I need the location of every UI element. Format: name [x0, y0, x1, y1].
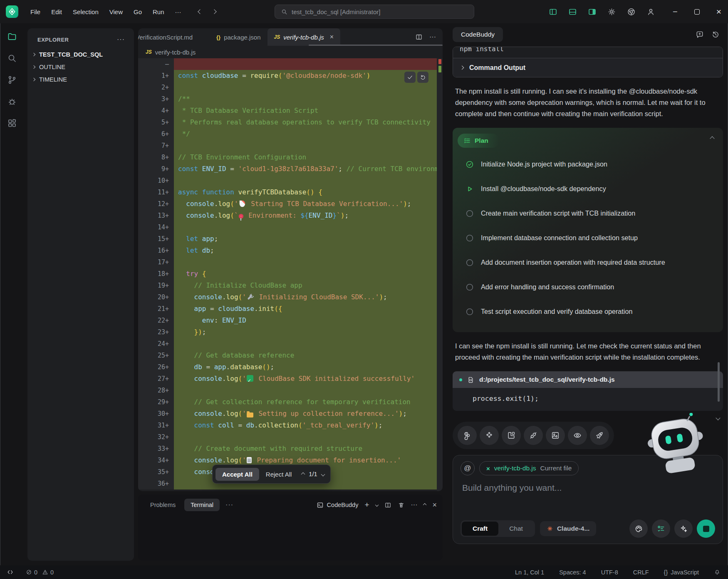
code-line[interactable]: 25+ // Get database reference [138, 350, 443, 361]
extensions-icon[interactable] [7, 118, 17, 128]
terminal-profile-dropdown-icon[interactable] [375, 503, 378, 507]
menu-view[interactable]: View [104, 6, 128, 18]
revert-change-icon[interactable] [417, 72, 428, 83]
figma-icon[interactable] [458, 426, 477, 445]
prev-diff-icon[interactable] [301, 472, 305, 476]
code-line[interactable]: 30+ console.log(' Setting up collection … [138, 408, 443, 420]
code-line[interactable]: 19+ // Initialize CloudBase app [138, 280, 443, 291]
mode-craft-button[interactable]: Craft [462, 522, 498, 536]
stop-button[interactable] [697, 519, 715, 538]
code-line[interactable]: 20+ console.log(' Initializing CloudBase… [138, 291, 443, 303]
problems-indicator[interactable]: 0 0 [26, 569, 54, 576]
code-line[interactable]: 4+ * TCB Database Verification Script [138, 105, 443, 117]
source-control-icon[interactable] [7, 75, 17, 85]
accept-all-button[interactable]: Accept All [215, 468, 259, 481]
bell-icon[interactable] [714, 569, 721, 576]
code-line[interactable]: 8+// TCB Environment Configuration [138, 152, 443, 163]
tabbar-scrollbar[interactable] [309, 45, 443, 46]
status-utf-8[interactable]: UTF-8 [601, 569, 618, 576]
code-line[interactable]: — [138, 58, 443, 70]
menu-file[interactable]: File [25, 6, 46, 18]
menu-more-icon[interactable]: ··· [170, 6, 187, 18]
status-javascript[interactable]: {}JavaScript [664, 569, 699, 576]
plug-icon[interactable] [524, 426, 543, 445]
code-line[interactable]: 29+ // Get collection reference for temp… [138, 396, 443, 408]
scroll-down-icon[interactable] [716, 415, 720, 420]
new-chat-icon[interactable] [696, 30, 704, 39]
code-line[interactable]: 13+ console.log(` Environment: ${ENV_ID}… [138, 210, 443, 221]
window-close-button[interactable]: × [716, 7, 721, 17]
codebuddy-tab[interactable]: CodeBuddy [453, 27, 503, 42]
window-maximize-button[interactable] [694, 9, 700, 15]
terminal-more-icon[interactable]: ··· [411, 501, 418, 509]
context-file-chip[interactable]: × verify-tcb-db.js Current file [479, 461, 579, 475]
plan-collapse-icon[interactable] [710, 136, 714, 141]
model-selector[interactable]: Claude-4... [540, 521, 596, 536]
accept-change-icon[interactable] [404, 72, 416, 83]
menu-go[interactable]: Go [128, 6, 147, 18]
image-upload-icon[interactable] [546, 426, 565, 445]
code-line[interactable]: 28+ [138, 385, 443, 396]
sidebar-item-timeline[interactable]: TIMELINE [27, 73, 134, 86]
code-line[interactable]: 2+ [138, 82, 443, 93]
mention-button[interactable]: @ [461, 461, 475, 475]
window-minimize-button[interactable]: − [673, 10, 678, 14]
layout-sidebar-left-icon[interactable] [549, 7, 557, 16]
code-line[interactable]: 3+/** [138, 93, 443, 105]
search-icon[interactable] [7, 53, 17, 63]
next-diff-icon[interactable] [321, 472, 325, 476]
menu-selection[interactable]: Selection [67, 6, 104, 18]
remote-indicator-icon[interactable] [0, 565, 20, 579]
code-line[interactable]: 11+async function verifyTCBDatabase() { [138, 186, 443, 198]
editor-more-icon[interactable]: ··· [429, 33, 436, 41]
panel-tab-problems[interactable]: Problems [144, 499, 182, 511]
close-tab-icon[interactable]: × [330, 33, 334, 41]
new-terminal-icon[interactable]: + [364, 500, 369, 509]
mode-chat-button[interactable]: Chat [498, 522, 534, 536]
tab-package.json[interactable]: {}package.json [210, 28, 267, 46]
plan-item-active[interactable]: Install @cloudbase/node-sdk dependency [465, 176, 712, 201]
code-line[interactable]: 14+ [138, 221, 443, 233]
code-line[interactable]: 32+ [138, 431, 443, 443]
code-line[interactable]: 1+const cloudbase = require('@cloudbase/… [138, 70, 443, 82]
split-terminal-icon[interactable] [384, 502, 391, 509]
nav-forward-icon[interactable] [212, 9, 216, 14]
trash-icon[interactable] [398, 502, 405, 509]
code-line[interactable]: 24+ [138, 338, 443, 350]
code-line[interactable]: 26+ db = app.database(); [138, 361, 443, 373]
reject-all-button[interactable]: Reject All [263, 471, 295, 478]
layout-sidebar-right-icon[interactable] [588, 7, 597, 16]
plan-item-pending[interactable]: Add error handling and success confirmat… [465, 275, 712, 299]
tasks-icon[interactable] [652, 519, 670, 538]
components-icon[interactable] [480, 426, 499, 445]
terminal-shell-label[interactable]: CodeBuddy [317, 502, 359, 509]
code-line[interactable]: 12+ console.log(' Starting TCB Database … [138, 198, 443, 210]
tab-eVerificationScript.md[interactable]: eVerificationScript.md [138, 28, 210, 46]
code-line[interactable]: 18+ try { [138, 268, 443, 280]
code-line[interactable]: 23+ }); [138, 326, 443, 338]
status-spaces-4[interactable]: Spaces: 4 [559, 569, 586, 576]
status-crlf[interactable]: CRLF [633, 569, 649, 576]
panel-scrollbar[interactable] [718, 362, 720, 402]
sparkles-icon[interactable] [674, 519, 693, 538]
status-ln-1-col-1[interactable]: Ln 1, Col 1 [515, 569, 544, 576]
code-line[interactable]: 31+ const coll = db.collection('_tcb_rea… [138, 420, 443, 431]
code-line[interactable]: 6+ */ [138, 128, 443, 140]
code-line[interactable]: 15+ let app; [138, 233, 443, 245]
code-line[interactable]: 7+ [138, 140, 443, 152]
code-editor[interactable]: —1+const cloudbase = require('@cloudbase… [138, 58, 443, 491]
sidebar-item-outline[interactable]: OUTLINE [27, 61, 134, 73]
panel-tab-terminal[interactable]: Terminal [184, 499, 220, 511]
menu-edit[interactable]: Edit [46, 6, 67, 18]
account-icon[interactable] [646, 7, 655, 16]
layout-panel-bottom-icon[interactable] [568, 7, 577, 16]
plan-item-pending[interactable]: Create main verification script with TCB… [465, 201, 712, 226]
history-icon[interactable] [711, 30, 720, 39]
plan-item-pending[interactable]: Test script execution and verify databas… [465, 299, 712, 324]
palette-icon[interactable] [629, 519, 648, 538]
plan-item-pending[interactable]: Add document insertion operation with re… [465, 250, 712, 275]
split-editor-icon[interactable] [415, 33, 423, 41]
code-line[interactable]: 9+const ENV_ID = 'cloud1-1g38zl7a618a33a… [138, 163, 443, 175]
code-line[interactable]: 21+ app = cloudbase.init({ [138, 303, 443, 315]
sidebar-item-test_tcb_doc_sql[interactable]: TEST_TCB_DOC_SQL [27, 48, 134, 61]
